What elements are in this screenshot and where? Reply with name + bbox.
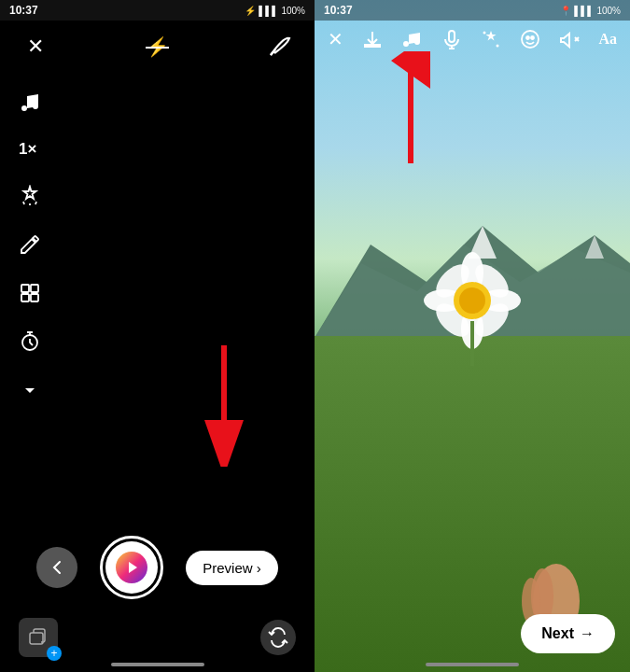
- flash-off-icon[interactable]: ⚡: [141, 30, 175, 63]
- photo-background: [315, 0, 630, 672]
- top-toolbar-right: ✕: [315, 21, 630, 58]
- record-button-inner: [105, 541, 158, 594]
- layout-tool[interactable]: [19, 282, 315, 304]
- svg-rect-1: [31, 285, 38, 292]
- svg-rect-3: [31, 294, 38, 301]
- back-button[interactable]: [36, 547, 77, 588]
- svg-rect-8: [30, 633, 43, 644]
- signal-icon: ▌▌▌: [259, 6, 278, 16]
- svg-rect-2: [21, 294, 29, 301]
- gps-icon-right: 📍: [560, 6, 571, 16]
- top-toolbar-left: ✕ ⚡: [0, 21, 315, 73]
- left-panel: 10:37 ⚡ ▌▌▌ 100% ✕ ⚡ 1×: [0, 0, 315, 672]
- text-button[interactable]: Aa: [598, 31, 617, 48]
- status-bar-right: 10:37 📍 ▌▌▌ 100%: [315, 0, 630, 21]
- record-button[interactable]: [100, 536, 163, 599]
- mute-button[interactable]: [559, 29, 580, 49]
- preview-label: Preview ›: [203, 560, 261, 576]
- status-bar-left: 10:37 ⚡ ▌▌▌ 100%: [0, 0, 315, 21]
- home-indicator-right: [426, 663, 519, 666]
- next-label: Next: [541, 625, 574, 642]
- svg-point-22: [459, 287, 485, 314]
- preview-button[interactable]: Preview ›: [186, 551, 278, 585]
- svg-point-29: [496, 45, 498, 48]
- sticker-button[interactable]: [520, 29, 540, 49]
- flip-camera-button[interactable]: [260, 620, 296, 655]
- more-tool[interactable]: [19, 379, 315, 401]
- reels-icon: [116, 552, 147, 583]
- next-button[interactable]: Next →: [521, 614, 615, 653]
- music-tool[interactable]: [19, 91, 315, 114]
- right-panel: 10:37 📍 ▌▌▌ 100% ✕: [315, 0, 630, 672]
- svg-point-30: [522, 31, 539, 48]
- mic-button[interactable]: [441, 29, 462, 49]
- gallery-button[interactable]: +: [19, 618, 58, 657]
- svg-marker-7: [129, 562, 137, 573]
- network-icon: ⚡: [245, 6, 256, 16]
- flower: [407, 235, 538, 366]
- svg-point-31: [526, 36, 529, 39]
- effects-tool[interactable]: [19, 185, 315, 207]
- svg-point-28: [483, 32, 485, 35]
- battery-right: 100%: [596, 6, 621, 16]
- timer-tool[interactable]: [19, 330, 315, 353]
- svg-rect-0: [21, 285, 29, 292]
- music-button-right[interactable]: [401, 29, 422, 49]
- edit-tool[interactable]: [19, 233, 315, 256]
- gallery-plus-icon: +: [47, 646, 62, 661]
- signal-right: ▌▌▌: [574, 6, 594, 16]
- svg-rect-27: [449, 31, 455, 42]
- close-button-left[interactable]: ✕: [19, 30, 52, 63]
- home-indicator-left: [111, 663, 204, 666]
- status-icons-left: ⚡ ▌▌▌ 100%: [245, 6, 305, 16]
- download-button[interactable]: [362, 29, 383, 49]
- time-left: 10:37: [9, 4, 38, 17]
- time-right: 10:37: [324, 4, 353, 17]
- effects-icon[interactable]: [262, 30, 296, 63]
- close-button-right[interactable]: ✕: [328, 28, 343, 50]
- speed-tool[interactable]: 1×: [19, 140, 315, 159]
- svg-point-32: [531, 36, 534, 39]
- next-arrow-icon: →: [580, 625, 595, 642]
- bottom-toolbar-left: Preview ›: [0, 521, 315, 610]
- side-tools: 1×: [0, 73, 315, 521]
- sparkle-effects-button[interactable]: [481, 29, 501, 49]
- status-icons-right: 📍 ▌▌▌ 100%: [560, 6, 621, 16]
- speed-label: 1×: [19, 140, 36, 159]
- battery-icon: 100%: [281, 6, 305, 16]
